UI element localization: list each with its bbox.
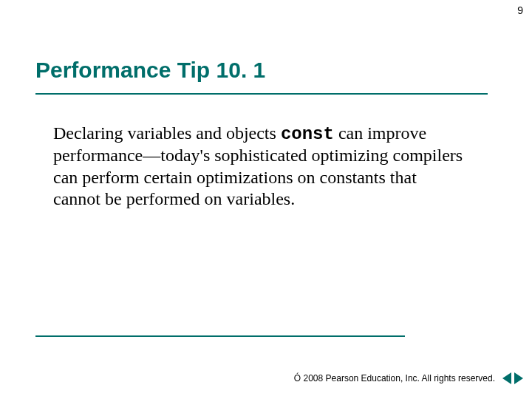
title-underline: [35, 93, 488, 95]
body-text: Declaring variables and objects const ca…: [53, 123, 467, 210]
footer: Ó 2008 Pearson Education, Inc. All right…: [294, 372, 523, 384]
prev-slide-icon[interactable]: [502, 372, 511, 384]
copyright-body: 2008 Pearson Education, Inc. All rights …: [301, 373, 495, 383]
body-pre: Declaring variables and objects: [53, 123, 281, 143]
bottom-rule: [35, 335, 405, 337]
nav-arrows: [502, 372, 523, 384]
slide-title: Performance Tip 10. 1: [35, 58, 265, 83]
body-code: const: [281, 124, 334, 144]
next-slide-icon[interactable]: [514, 372, 523, 384]
copyright-symbol: Ó: [294, 373, 301, 383]
page-number: 9: [517, 4, 523, 16]
copyright-text: Ó 2008 Pearson Education, Inc. All right…: [294, 373, 495, 383]
slide: 9 Performance Tip 10. 1 Declaring variab…: [0, 0, 532, 399]
